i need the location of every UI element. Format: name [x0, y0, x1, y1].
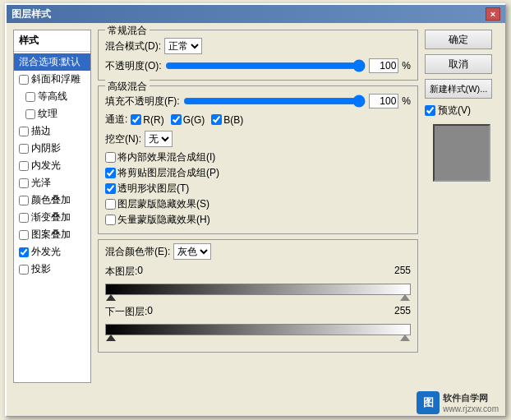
- fill-unit: %: [402, 95, 411, 107]
- sidebar-label-8: 颜色叠加: [31, 193, 71, 207]
- channel-b-label[interactable]: B(B): [211, 114, 243, 126]
- channel-b-checkbox[interactable]: [211, 114, 222, 125]
- opacity-label: 不透明度(O):: [105, 59, 162, 73]
- channel-r-checkbox[interactable]: [131, 114, 141, 125]
- sidebar: 样式 混合选项:默认斜面和浮雕等高线纹理描边内阴影内发光光泽颜色叠加渐变叠加图案…: [13, 30, 91, 383]
- opacity-unit: %: [402, 60, 411, 72]
- next-layer-right-handle[interactable]: [400, 335, 410, 341]
- sidebar-label-11: 外发光: [31, 245, 61, 259]
- opacity-slider[interactable]: [165, 60, 366, 72]
- close-button[interactable]: ×: [486, 7, 500, 21]
- adv-checkbox-0[interactable]: [105, 152, 116, 163]
- sidebar-checkbox-4[interactable]: [19, 127, 29, 136]
- sidebar-label-7: 光泽: [31, 176, 51, 190]
- title-bar-text: 图层样式: [12, 7, 51, 21]
- this-layer-right-handle[interactable]: [400, 294, 410, 301]
- cancel-button[interactable]: 取消: [425, 54, 492, 74]
- adv-checkbox-text-2: 透明形状图层(T): [117, 182, 189, 196]
- blend-mode-label: 混合模式(D):: [105, 39, 161, 53]
- channels-label: 通道:: [105, 113, 127, 127]
- sidebar-label-10: 图案叠加: [31, 228, 71, 242]
- fill-row: 填充不透明度(F): %: [105, 94, 411, 108]
- this-layer-label: 本图层:: [105, 265, 137, 279]
- sidebar-item-3[interactable]: 纹理: [14, 105, 90, 122]
- opacity-slider-container: %: [165, 58, 411, 73]
- adv-checkbox-4[interactable]: [105, 215, 116, 225]
- sidebar-checkbox-9[interactable]: [19, 213, 29, 223]
- adv-checkbox-2[interactable]: [105, 183, 116, 194]
- sidebar-label-6: 内发光: [31, 159, 61, 173]
- sidebar-header: 样式: [14, 32, 90, 52]
- fill-label: 填充不透明度(F):: [105, 95, 180, 108]
- preview-label-row: 预览(V): [425, 104, 499, 118]
- sidebar-checkbox-2[interactable]: [25, 92, 35, 102]
- sidebar-checkbox-12[interactable]: [19, 265, 29, 275]
- sidebar-item-11[interactable]: 外发光: [14, 243, 90, 261]
- band-label: 混合颜色带(E):: [105, 245, 170, 259]
- sidebar-item-9[interactable]: 渐变叠加: [14, 209, 90, 226]
- knockout-label: 挖空(N):: [105, 132, 141, 146]
- sidebar-item-10[interactable]: 图案叠加: [14, 226, 90, 243]
- sidebar-item-5[interactable]: 内阴影: [14, 140, 90, 157]
- opacity-input[interactable]: [369, 58, 398, 73]
- sidebar-checkbox-7[interactable]: [19, 178, 29, 188]
- sidebar-label-0: 混合选项:默认: [19, 55, 81, 69]
- adv-checkbox-label-0[interactable]: 将内部效果混合成组(I): [105, 150, 411, 164]
- blend-mode-select[interactable]: 正常 溶解 变暗: [164, 38, 202, 54]
- sidebar-checkbox-8[interactable]: [19, 196, 29, 205]
- preview-checkbox[interactable]: [425, 105, 435, 116]
- sidebar-item-6[interactable]: 内发光: [14, 157, 90, 174]
- knockout-select[interactable]: 无 浅 深: [145, 131, 173, 147]
- band-header-row: 混合颜色带(E): 灰色 红色 绿色 蓝色: [105, 243, 411, 260]
- normal-blend-title: 常规混合: [105, 24, 150, 38]
- watermark-site-name: 软件自学网: [443, 392, 488, 404]
- next-layer-labels: 下一图层: 0 255: [105, 305, 411, 319]
- channel-g-label[interactable]: G(G): [171, 114, 205, 126]
- next-layer-gradient-container: [105, 324, 411, 335]
- sidebar-checkbox-11[interactable]: [19, 247, 29, 257]
- adv-checkbox-label-1[interactable]: 将剪贴图层混合成组(P): [105, 166, 411, 180]
- band-select[interactable]: 灰色 红色 绿色 蓝色: [173, 243, 211, 260]
- next-layer-max: 255: [394, 305, 411, 319]
- preview-label-text: 预览(V): [438, 104, 471, 118]
- watermark-url: www.rjzxw.com: [443, 404, 499, 413]
- fill-input[interactable]: [369, 94, 398, 108]
- this-layer-gradient-bar: [105, 284, 411, 295]
- this-layer-left-handle[interactable]: [106, 294, 116, 301]
- sidebar-checkbox-6[interactable]: [19, 161, 29, 171]
- dialog-window: 图层样式 × 样式 混合选项:默认斜面和浮雕等高线纹理描边内阴影内发光光泽颜色叠…: [5, 3, 506, 417]
- adv-checkbox-1[interactable]: [105, 168, 116, 178]
- sidebar-item-12[interactable]: 投影: [14, 261, 90, 278]
- adv-checkbox-text-0: 将内部效果混合成组(I): [117, 150, 215, 164]
- channel-checks: R(R) G(G) B(B): [131, 114, 243, 126]
- sidebar-checkbox-1[interactable]: [19, 75, 29, 85]
- sidebar-item-4[interactable]: 描边: [14, 122, 90, 140]
- confirm-button[interactable]: 确定: [425, 30, 492, 49]
- blend-band-group: 混合颜色带(E): 灰色 红色 绿色 蓝色 本图层: 0 255: [98, 239, 418, 353]
- adv-checkbox-3[interactable]: [105, 199, 116, 210]
- sidebar-checkbox-5[interactable]: [19, 144, 29, 154]
- advanced-blend-group: 高级混合 填充不透明度(F): % 通道: R(R): [98, 85, 418, 234]
- sidebar-item-1[interactable]: 斜面和浮雕: [14, 71, 90, 88]
- sidebar-label-1: 斜面和浮雕: [31, 72, 81, 86]
- adv-checkbox-label-4[interactable]: 矢量蒙版隐藏效果(H): [105, 213, 411, 227]
- sidebar-checkbox-3[interactable]: [25, 109, 35, 119]
- channel-g-checkbox[interactable]: [171, 114, 182, 125]
- new-style-button[interactable]: 新建样式(W)...: [425, 79, 492, 99]
- this-layer-labels: 本图层: 0 255: [105, 265, 411, 279]
- sidebar-item-8[interactable]: 颜色叠加: [14, 192, 90, 209]
- sidebar-item-7[interactable]: 光泽: [14, 174, 90, 192]
- sidebar-label-9: 渐变叠加: [31, 210, 71, 224]
- adv-checkbox-label-3[interactable]: 图层蒙版隐藏效果(S): [105, 197, 411, 211]
- adv-checkbox-text-4: 矢量蒙版隐藏效果(H): [117, 213, 210, 227]
- sidebar-item-0[interactable]: 混合选项:默认: [14, 53, 90, 71]
- adv-checkbox-label-2[interactable]: 透明形状图层(T): [105, 182, 411, 196]
- sidebar-label-5: 内阴影: [31, 141, 61, 155]
- this-layer-gradient-container: [105, 284, 411, 295]
- watermark: 图 软件自学网 www.rjzxw.com: [7, 390, 505, 416]
- next-layer-left-handle[interactable]: [106, 335, 116, 341]
- sidebar-checkbox-10[interactable]: [19, 230, 29, 240]
- channel-r-label[interactable]: R(R): [131, 114, 163, 126]
- fill-slider[interactable]: [183, 95, 366, 107]
- sidebar-item-2[interactable]: 等高线: [14, 88, 90, 105]
